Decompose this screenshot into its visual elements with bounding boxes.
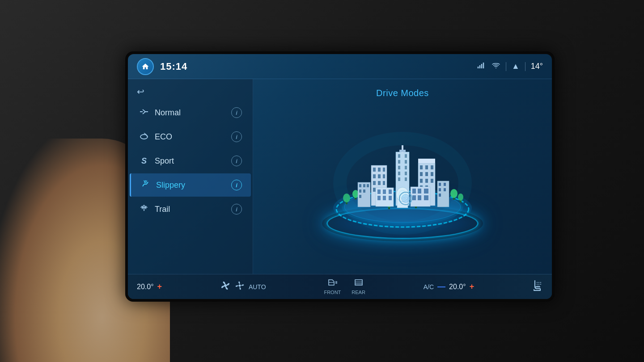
svg-rect-43 (405, 154, 407, 158)
svg-rect-41 (398, 172, 400, 175)
svg-rect-81 (363, 189, 365, 193)
svg-rect-65 (420, 179, 423, 183)
screen-bezel: 15:14 (125, 51, 555, 302)
screen: 15:14 (128, 54, 552, 299)
left-climate-section: 20.0° + (137, 282, 162, 291)
back-icon: ↩ (137, 86, 144, 97)
svg-rect-99 (418, 189, 421, 194)
svg-rect-91 (377, 196, 381, 200)
svg-text:3G: 3G (402, 196, 409, 201)
auto-mode-label[interactable]: AUTO (249, 283, 266, 290)
back-button[interactable]: ↩ (128, 83, 253, 101)
signal-icon (477, 62, 486, 71)
svg-rect-87 (444, 183, 446, 186)
normal-info-button[interactable]: i (231, 107, 242, 118)
svg-rect-80 (363, 184, 365, 187)
svg-rect-82 (367, 184, 369, 187)
svg-rect-44 (405, 160, 407, 164)
svg-rect-51 (373, 168, 376, 172)
normal-mode-label: Normal (155, 108, 181, 118)
climate-bar: 20.0° + (128, 274, 552, 299)
front-defrost-label: FRONT (324, 290, 341, 295)
divider-2 (525, 62, 525, 71)
seat-controls (532, 280, 543, 294)
eco-info-button[interactable]: i (231, 131, 242, 142)
svg-rect-64 (420, 172, 423, 176)
svg-rect-72 (431, 165, 433, 169)
svg-point-111 (238, 285, 241, 287)
drive-mode-normal[interactable]: Normal i (130, 101, 251, 124)
defrost-controls: FRONT REAR (324, 278, 365, 295)
drive-mode-sport[interactable]: S Sport i (130, 149, 251, 173)
sport-info-button[interactable]: i (231, 156, 242, 166)
svg-rect-88 (444, 188, 446, 191)
right-temp-decrease-button[interactable]: — (437, 282, 445, 291)
mode-left-normal: Normal (139, 108, 181, 118)
ac-button[interactable]: A/C (424, 283, 434, 290)
left-temp-increase-button[interactable]: + (157, 282, 162, 291)
right-panel: Drive Modes (253, 79, 552, 274)
svg-rect-68 (425, 165, 428, 169)
svg-rect-93 (383, 196, 386, 200)
trail-info-button[interactable]: i (231, 204, 242, 215)
svg-rect-101 (424, 189, 428, 194)
slippery-mode-icon (140, 180, 151, 190)
svg-rect-90 (377, 189, 381, 194)
svg-rect-57 (378, 181, 381, 185)
svg-rect-38 (398, 154, 400, 158)
svg-rect-47 (405, 177, 407, 181)
drive-modes-title: Drive Modes (376, 88, 429, 98)
svg-rect-59 (383, 168, 385, 172)
divider (506, 62, 506, 71)
svg-point-7 (144, 181, 146, 183)
right-climate-section: A/C — 20.0° + (424, 282, 474, 291)
trail-mode-icon (139, 204, 149, 214)
svg-rect-60 (383, 174, 385, 178)
home-button[interactable] (137, 58, 154, 75)
svg-rect-74 (431, 179, 433, 183)
svg-rect-54 (373, 188, 376, 192)
slippery-mode-label: Slippery (156, 181, 185, 190)
navigation-icon: ▲ (512, 62, 520, 71)
drive-mode-eco[interactable]: ECO i (130, 125, 251, 148)
home-icon (141, 63, 149, 71)
sport-mode-label: Sport (155, 156, 174, 166)
svg-rect-46 (405, 172, 407, 175)
mode-left-trail: Trail (139, 204, 170, 214)
clock-display: 15:14 (160, 61, 187, 72)
outside-temperature: 14° (531, 62, 543, 71)
svg-rect-98 (412, 195, 416, 200)
svg-rect-63 (420, 165, 423, 169)
rear-defrost-icon[interactable] (354, 278, 364, 289)
svg-rect-77 (359, 184, 361, 187)
eco-mode-icon (139, 132, 149, 142)
right-temp-increase-button[interactable]: + (470, 282, 475, 291)
left-temperature-display: 20.0° (137, 283, 154, 291)
top-bar: 15:14 (128, 54, 552, 79)
svg-rect-40 (398, 166, 400, 169)
city-3d-model: 3G (331, 125, 474, 223)
fan-steering-icon[interactable] (220, 280, 231, 293)
svg-rect-73 (431, 172, 433, 176)
mode-left-eco: ECO (139, 132, 172, 142)
seat-heat-icon[interactable] (532, 280, 543, 294)
svg-rect-75 (418, 159, 435, 163)
normal-mode-icon (139, 108, 149, 118)
svg-rect-49 (399, 150, 406, 152)
svg-rect-53 (373, 181, 376, 185)
svg-rect-100 (418, 195, 421, 200)
front-defrost-icon[interactable] (327, 278, 337, 289)
slippery-info-button[interactable]: i (231, 180, 242, 190)
svg-rect-69 (425, 172, 428, 176)
svg-rect-70 (425, 179, 428, 183)
svg-rect-42 (398, 177, 400, 181)
fan-speed-icon[interactable] (234, 280, 245, 293)
svg-rect-94 (389, 189, 392, 194)
mode-left-sport: S Sport (139, 156, 174, 166)
svg-line-10 (146, 181, 147, 181)
svg-rect-85 (439, 188, 441, 191)
drive-mode-slippery[interactable]: Slippery i (130, 173, 251, 197)
svg-rect-102 (424, 195, 428, 200)
left-panel: ↩ Normal (128, 79, 253, 274)
drive-mode-trail[interactable]: Trail i (130, 198, 251, 221)
